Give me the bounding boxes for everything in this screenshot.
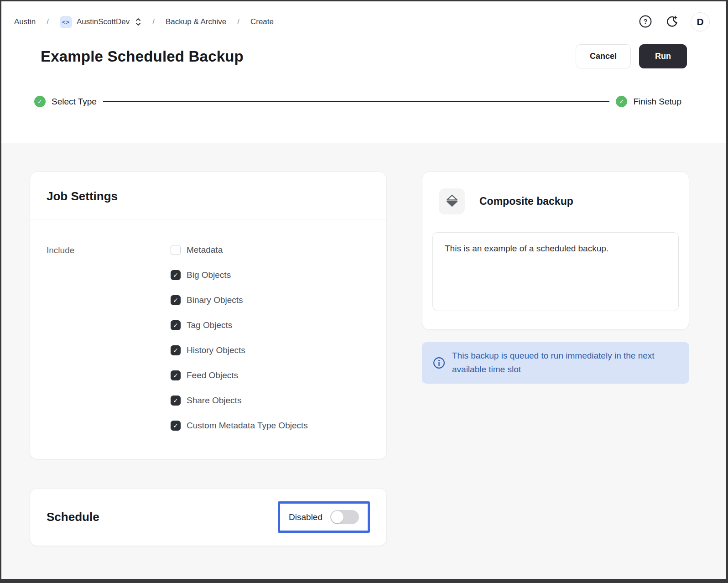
page-title: Example Scheduled Backup <box>41 48 244 65</box>
breadcrumb: Austin / <> AustinScottDev / Backup & Ar… <box>14 16 274 28</box>
include-checkbox-row[interactable]: ✓ Big Objects <box>171 270 308 280</box>
schedule-card: Schedule Disabled <box>30 488 387 546</box>
info-banner: This backup is queued to run immediately… <box>422 342 689 384</box>
checkbox-icon: ✓ <box>171 295 181 305</box>
checkbox-label: Binary Objects <box>187 295 243 305</box>
step-finish-setup[interactable]: ✓ Finish Setup <box>616 96 681 107</box>
composite-backup-card: Composite backup This is an example of a… <box>422 172 689 330</box>
include-checkbox-row[interactable]: ✓ Custom Metadata Type Objects <box>171 421 308 431</box>
checkbox-label: Feed Objects <box>187 370 238 380</box>
job-settings-body: Include ✓ Metadata ✓ Big Objects ✓ Binar… <box>30 219 386 459</box>
svg-text:?: ? <box>644 18 648 25</box>
breadcrumb-separator: / <box>237 17 239 26</box>
step-complete-icon: ✓ <box>34 96 46 107</box>
checkbox-label: Custom Metadata Type Objects <box>187 421 308 431</box>
schedule-toggle-label: Disabled <box>289 512 322 522</box>
cancel-button[interactable]: Cancel <box>576 44 631 68</box>
org-selector[interactable]: <> AustinScottDev <box>60 16 141 28</box>
job-settings-header: Job Settings <box>30 172 386 219</box>
checkbox-icon: ✓ <box>171 245 181 255</box>
step-label: Finish Setup <box>633 97 681 107</box>
step-label: Select Type <box>52 97 97 107</box>
include-checkbox-row[interactable]: ✓ Tag Objects <box>171 320 308 330</box>
step-select-type[interactable]: ✓ Select Type <box>34 96 97 107</box>
top-bar: Austin / <> AustinScottDev / Backup & Ar… <box>1 1 726 31</box>
page-header: Austin / <> AustinScottDev / Backup & Ar… <box>1 1 726 143</box>
include-checkbox-row[interactable]: ✓ Share Objects <box>171 396 308 406</box>
stepper-connector-line <box>103 101 609 102</box>
checkbox-icon: ✓ <box>171 396 181 406</box>
title-actions: Cancel Run <box>576 44 687 68</box>
avatar[interactable]: D <box>691 12 710 31</box>
checkbox-label: Big Objects <box>187 270 231 280</box>
top-bar-actions: ? D <box>639 12 710 31</box>
description-textarea[interactable]: This is an example of a scheduled backup… <box>432 232 679 311</box>
checkbox-icon: ✓ <box>171 320 181 330</box>
checkbox-icon: ✓ <box>171 270 181 280</box>
help-button[interactable]: ? <box>639 15 652 30</box>
include-checkbox-row[interactable]: ✓ History Objects <box>171 345 308 355</box>
checkbox-icon: ✓ <box>171 370 181 380</box>
include-label: Include <box>47 245 171 431</box>
left-column: Job Settings Include ✓ Metadata ✓ Big Ob… <box>30 172 387 546</box>
checkbox-label: Tag Objects <box>187 320 232 330</box>
schedule-title: Schedule <box>47 510 99 524</box>
step-complete-icon: ✓ <box>616 96 627 107</box>
job-settings-title: Job Settings <box>47 189 370 203</box>
breadcrumb-home[interactable]: Austin <box>14 17 36 26</box>
checkbox-label: History Objects <box>187 345 245 355</box>
moon-plus-icon <box>664 14 679 30</box>
wizard-stepper: ✓ Select Type ✓ Finish Setup <box>1 96 726 107</box>
diamond-layers-icon <box>445 194 459 209</box>
breadcrumb-page[interactable]: Create <box>250 17 274 26</box>
checkbox-icon: ✓ <box>171 421 181 431</box>
include-checkbox-row[interactable]: ✓ Metadata <box>171 245 308 255</box>
org-name: AustinScottDev <box>77 17 130 26</box>
info-banner-text: This backup is queued to run immediately… <box>452 349 678 377</box>
app-window: Austin / <> AustinScottDev / Backup & Ar… <box>0 0 728 583</box>
title-row: Example Scheduled Backup Cancel Run <box>1 44 726 68</box>
checkbox-label: Share Objects <box>187 396 241 406</box>
run-button[interactable]: Run <box>639 44 687 68</box>
info-icon <box>433 357 445 369</box>
include-checkbox-list: ✓ Metadata ✓ Big Objects ✓ Binary Object… <box>171 245 308 431</box>
right-column: Composite backup This is an example of a… <box>422 172 689 546</box>
include-checkbox-row[interactable]: ✓ Binary Objects <box>171 295 308 305</box>
chevron-up-down-icon <box>135 17 141 26</box>
composite-backup-title: Composite backup <box>479 195 573 208</box>
page-body: Job Settings Include ✓ Metadata ✓ Big Ob… <box>1 143 726 579</box>
composite-backup-header: Composite backup <box>439 188 679 214</box>
schedule-toggle[interactable] <box>330 510 359 524</box>
breadcrumb-separator: / <box>47 17 49 26</box>
dark-mode-button[interactable] <box>664 14 679 30</box>
include-checkbox-row[interactable]: ✓ Feed Objects <box>171 370 308 380</box>
breadcrumb-separator: / <box>152 17 155 26</box>
job-settings-card: Job Settings Include ✓ Metadata ✓ Big Ob… <box>30 172 387 459</box>
checkbox-label: Metadata <box>187 245 223 255</box>
code-icon: <> <box>60 16 72 28</box>
composite-backup-icon-box <box>439 188 465 214</box>
toggle-knob <box>331 511 343 523</box>
checkbox-icon: ✓ <box>171 345 181 355</box>
breadcrumb-section[interactable]: Backup & Archive <box>166 17 226 26</box>
help-icon: ? <box>639 15 652 30</box>
schedule-toggle-highlight: Disabled <box>278 501 370 533</box>
